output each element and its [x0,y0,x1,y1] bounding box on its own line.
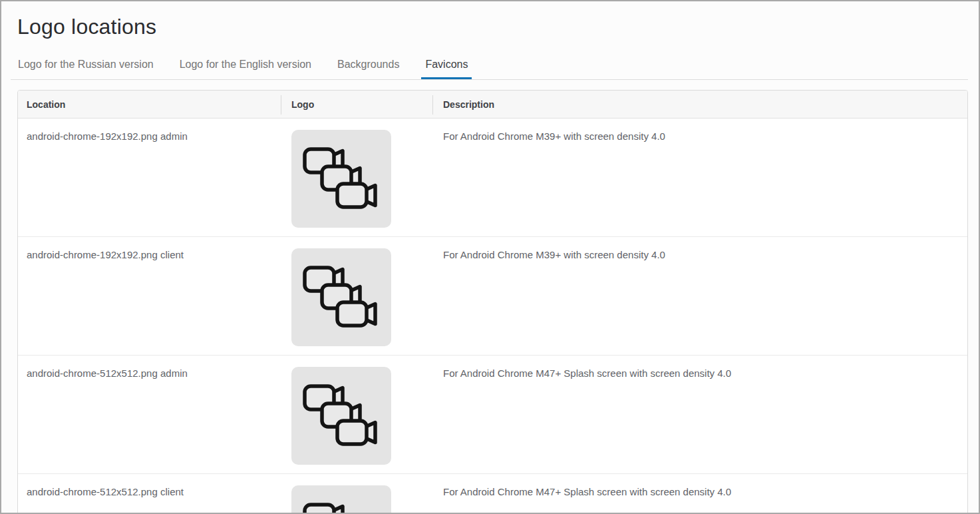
logo-image [291,485,391,514]
description-cell: For Android Chrome M47+ Splash screen wi… [432,356,967,473]
location-cell: android-chrome-512x512.png client [18,474,281,514]
column-header-location: Location [18,91,281,118]
location-cell: android-chrome-192x192.png admin [18,119,281,236]
table-header-row: Location Logo Description [18,91,967,119]
logo-cell [281,119,432,236]
logo-image [291,130,391,228]
column-header-description: Description [432,91,967,118]
tab-backgrounds[interactable]: Backgrounds [333,58,403,79]
description-cell: For Android Chrome M39+ with screen dens… [432,119,967,236]
location-cell: android-chrome-192x192.png client [18,237,281,355]
description-cell: For Android Chrome M47+ Splash screen wi… [432,474,967,514]
video-cameras-icon [303,503,380,514]
video-cameras-icon [303,266,380,330]
favicons-table: Location Logo Description android-chrome… [17,90,968,514]
table-row: android-chrome-192x192.png admin For And… [18,119,967,237]
logo-image [291,367,391,465]
logo-image [291,248,391,346]
logo-locations-page: { "page": { "title": "Logo locations" },… [0,0,980,514]
logo-cell [281,474,432,514]
table-row: android-chrome-192x192.png client For An… [18,237,967,356]
column-header-logo: Logo [281,91,432,118]
tab-logo-russian-version[interactable]: Logo for the Russian version [14,58,158,79]
table-row: android-chrome-512x512.png admin For And… [18,356,967,474]
tab-logo-english-version[interactable]: Logo for the English version [176,58,315,79]
tab-bar: Logo for the Russian version Logo for th… [11,58,968,80]
video-cameras-icon [303,147,380,211]
table-row: android-chrome-512x512.png client For An… [18,474,967,514]
page-title: Logo locations [17,13,979,40]
video-cameras-icon [303,384,380,448]
tab-favicons[interactable]: Favicons [421,58,472,79]
location-cell: android-chrome-512x512.png admin [18,356,281,473]
logo-cell [281,237,432,355]
logo-cell [281,356,432,473]
description-cell: For Android Chrome M39+ with screen dens… [432,237,967,355]
